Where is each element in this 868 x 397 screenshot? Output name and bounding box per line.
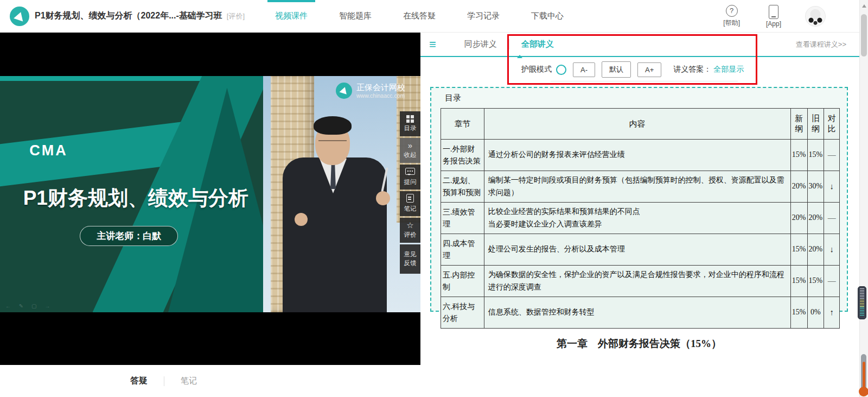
new-pct-cell: 15% bbox=[790, 140, 807, 171]
new-pct-cell: 15% bbox=[790, 297, 807, 329]
content-cell: 通过分析公司的财务报表来评估经营业绩 bbox=[484, 140, 790, 171]
compare-cell: — bbox=[824, 203, 840, 234]
handout-content: 目录 章节 内容 新纲 旧纲 对比 一.外部财务报告决策 通过分析公司的财务报表… bbox=[430, 87, 848, 312]
rail-button-rate[interactable]: ☆ 评价 bbox=[400, 218, 420, 243]
table-row: 四.成本管理 处理公司发生的报告、分析以及成本管理 15% 20% ↓ bbox=[441, 234, 840, 266]
content-cell: 信息系统、数据管控和财务转型 bbox=[484, 297, 790, 329]
collapse-icon: » bbox=[408, 141, 412, 149]
thermometer-widget[interactable] bbox=[861, 354, 866, 392]
rail-label: 提问 bbox=[404, 178, 417, 187]
page-scrollbar[interactable] bbox=[859, 0, 868, 397]
scrollbar-thumb[interactable] bbox=[861, 14, 867, 56]
panel-header: ≡ 同步讲义 全部讲义 查看课程讲义>> bbox=[420, 33, 868, 57]
chapter-heading: 第一章 外部财务报告决策（15%） bbox=[430, 337, 848, 351]
chapter-cell: 四.成本管理 bbox=[441, 234, 484, 266]
font-default-button[interactable]: 默认 bbox=[602, 61, 631, 78]
hamburger-icon[interactable]: ≡ bbox=[429, 39, 436, 51]
new-pct-cell: 20% bbox=[790, 171, 807, 203]
new-pct-cell: 20% bbox=[790, 203, 807, 234]
tab-sync-handout[interactable]: 同步讲义 bbox=[464, 39, 509, 49]
new-pct-cell: 15% bbox=[790, 234, 807, 266]
eye-mode-label: 护眼模式 bbox=[521, 65, 552, 74]
presenter-photo bbox=[263, 76, 420, 312]
meter-segment-bottom bbox=[860, 307, 864, 316]
old-pct-cell: 30% bbox=[807, 171, 824, 203]
font-larger-button[interactable]: A+ bbox=[637, 62, 661, 77]
video-player[interactable]: CMA P1财务规划、绩效与分析 主讲老师：白默 正保会计网校 www.chin… bbox=[0, 33, 420, 365]
evaluate-link[interactable]: [评价] bbox=[227, 11, 245, 21]
watermark-brand: 正保会计网校 bbox=[356, 83, 405, 92]
phone-icon bbox=[769, 5, 778, 19]
header-new-syllabus: 新纲 bbox=[790, 109, 807, 140]
bottom-bar: 答疑 笔记 bbox=[0, 365, 868, 397]
presenter-head bbox=[315, 123, 350, 165]
app-button[interactable]: [App] bbox=[766, 5, 781, 28]
watermark-url: www.chinaacc.com bbox=[356, 92, 405, 99]
view-course-handout-link[interactable]: 查看课程讲义>> bbox=[796, 40, 846, 49]
top-navbar: P1财务规划、绩效与分析（2022年...-基础学习班 [评价] 视频课件 智能… bbox=[0, 0, 868, 33]
rail-button-catalog[interactable]: 目录 bbox=[400, 111, 420, 136]
old-pct-cell: 15% bbox=[807, 266, 824, 297]
show-all-answers-link[interactable]: 全部显示 bbox=[713, 65, 744, 74]
table-row: 六.科技与分析 信息系统、数据管控和财务转型 15% 0% ↑ bbox=[441, 297, 840, 329]
chapter-cell: 五.内部控制 bbox=[441, 266, 484, 297]
page: P1财务规划、绩效与分析（2022年...-基础学习班 [评价] 视频课件 智能… bbox=[0, 0, 868, 397]
table-row: 三.绩效管理 比较企业经营的实际结果和预算结果的不同点 当必要时建议企业介入调查… bbox=[441, 203, 840, 234]
main-content: CMA P1财务规划、绩效与分析 主讲老师：白默 正保会计网校 www.chin… bbox=[0, 33, 868, 365]
syllabus-table: 章节 内容 新纲 旧纲 对比 一.外部财务报告决策 通过分析公司的财务报表来评估… bbox=[441, 108, 840, 329]
rail-button-ask-question[interactable]: 提问 bbox=[400, 165, 420, 190]
old-pct-cell: 20% bbox=[807, 203, 824, 234]
grid-icon bbox=[406, 115, 410, 118]
table-row: 五.内部控制 为确保数据的安全性，保护企业的资产以及满足合规性报告要求，对企业中… bbox=[441, 266, 840, 297]
video-slide: CMA P1财务规划、绩效与分析 主讲老师：白默 正保会计网校 www.chin… bbox=[0, 76, 420, 312]
content-cell: 为确保数据的安全性，保护企业的资产以及满足合规性报告要求，对企业中的程序和流程进… bbox=[484, 266, 790, 297]
help-button[interactable]: ? [帮助] bbox=[723, 5, 740, 28]
toc-title: 目录 bbox=[445, 93, 461, 103]
nav-tab-study-record[interactable]: 学习记录 bbox=[459, 0, 507, 33]
notepad-icon bbox=[406, 194, 414, 203]
tab-notes[interactable]: 笔记 bbox=[181, 376, 197, 386]
cma-label: CMA bbox=[29, 142, 68, 159]
video-side-rail: 目录 » 收起 提问 笔记 ☆ 评价 bbox=[400, 111, 420, 275]
site-logo-icon[interactable] bbox=[10, 7, 29, 26]
rail-button-notes[interactable]: 笔记 bbox=[400, 191, 420, 216]
nav-tab-video-courseware[interactable]: 视频课件 bbox=[267, 0, 315, 33]
annotation-tools-icons[interactable]: ← ✎ ▢ → bbox=[5, 303, 53, 309]
compare-cell: ↓ bbox=[824, 171, 840, 203]
rail-label: 评价 bbox=[404, 231, 417, 240]
content-cell: 编制某一特定时间段或项目的财务预算（包括编制预算时的控制、授权、资源配置以及需求… bbox=[484, 171, 790, 203]
controls-divider bbox=[551, 81, 738, 81]
chapter-cell: 六.科技与分析 bbox=[441, 297, 484, 329]
presenter-hand-right bbox=[376, 191, 390, 205]
scrollbar-up-icon[interactable] bbox=[862, 4, 866, 8]
teacher-name-pill: 主讲老师：白默 bbox=[80, 226, 178, 246]
level-meter-widget[interactable] bbox=[858, 286, 866, 319]
app-label: [App] bbox=[766, 20, 781, 28]
header-compare: 对比 bbox=[824, 109, 840, 140]
old-pct-cell: 20% bbox=[807, 234, 824, 266]
table-row: 一.外部财务报告决策 通过分析公司的财务报表来评估经营业绩 15% 15% — bbox=[441, 140, 840, 171]
handout-answers-label: 讲义答案： bbox=[673, 65, 711, 74]
eye-mode-toggle[interactable] bbox=[556, 65, 566, 75]
avatar[interactable] bbox=[805, 6, 826, 27]
table-header-row: 章节 内容 新纲 旧纲 对比 bbox=[441, 109, 840, 140]
tab-qa[interactable]: 答疑 bbox=[130, 375, 148, 387]
rail-button-collapse[interactable]: » 收起 bbox=[400, 138, 420, 163]
nav-tab-question-bank[interactable]: 智能题库 bbox=[331, 0, 379, 33]
logo-triangle-icon bbox=[14, 10, 25, 21]
font-smaller-button[interactable]: A- bbox=[573, 62, 595, 77]
handout-panel: ≡ 同步讲义 全部讲义 查看课程讲义>> 护眼模式 A- 默认 A+ 讲义答案：… bbox=[420, 33, 868, 365]
bottom-tab-divider bbox=[164, 376, 164, 386]
presenter-hand-left bbox=[295, 213, 308, 226]
content-cell: 处理公司发生的报告、分析以及成本管理 bbox=[484, 234, 790, 266]
watermark-logo-icon bbox=[336, 83, 352, 99]
nav-tab-download-center[interactable]: 下载中心 bbox=[524, 0, 571, 33]
old-pct-cell: 0% bbox=[807, 297, 824, 329]
active-tab-pointer-icon bbox=[517, 55, 522, 58]
tab-all-handout[interactable]: 全部讲义 bbox=[521, 39, 554, 49]
rail-button-feedback[interactable]: 意见反馈 bbox=[400, 244, 420, 274]
meter-segment-top bbox=[860, 288, 864, 300]
slide-title: P1财务规划、绩效与分析 bbox=[23, 185, 248, 212]
nav-tab-online-qa[interactable]: 在线答疑 bbox=[395, 0, 443, 33]
watermark-logo-triangle-icon bbox=[339, 86, 348, 94]
